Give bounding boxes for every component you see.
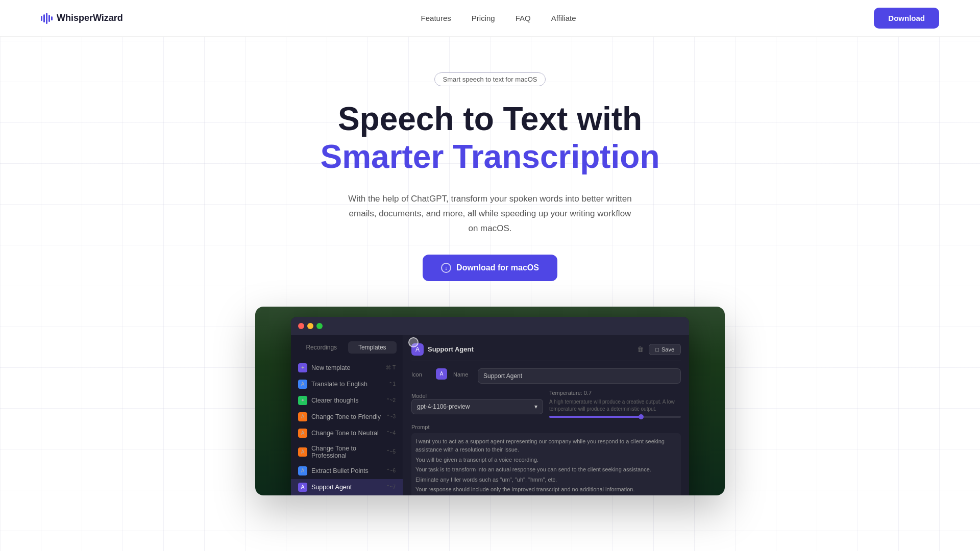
sidebar-item-bullet[interactable]: A Extract Bullet Points ⌃~6 <box>291 463 403 479</box>
model-value: gpt-4-1106-preview <box>417 403 470 410</box>
sidebar-tabs: Recordings Templates <box>291 341 403 354</box>
name-label: Name <box>453 368 472 378</box>
logo-bar-5 <box>51 16 53 20</box>
temp-desc: A high temperature will produce a creati… <box>549 398 681 413</box>
sidebar-item-label: New template <box>311 364 350 371</box>
hero-title-line1: Speech to Text with <box>338 101 642 137</box>
shortcut: ⌃~4 <box>386 430 396 436</box>
shortcut: ⌃~2 <box>386 397 396 403</box>
model-label: Model <box>411 390 543 399</box>
chevron-down-icon: ▾ <box>534 403 537 410</box>
shortcut: ⌃1 <box>388 381 396 387</box>
nav-faq[interactable]: FAQ <box>516 14 531 22</box>
temp-label: Temperature: 0.7 <box>549 390 681 396</box>
name-input[interactable]: Support Agent <box>478 368 681 384</box>
translate-icon: A <box>298 380 307 389</box>
nav-affiliate[interactable]: Affiliate <box>551 14 576 22</box>
nav-download-button[interactable]: Download <box>874 8 939 29</box>
logo-bar-1 <box>41 16 42 21</box>
logo-icon <box>41 13 53 24</box>
prompt-line-1: I want you to act as a support agent rep… <box>415 437 677 454</box>
hero-section: Smart speech to text for macOS Speech to… <box>0 37 980 307</box>
save-label: Save <box>662 346 674 353</box>
prompt-line-5: Your response should include only the im… <box>415 485 677 494</box>
shortcut: ⌘ T <box>386 365 396 370</box>
temp-slider-fill <box>549 416 642 418</box>
sidebar-item-clearer[interactable]: ✦ Clearer thoughts ⌃~2 <box>291 392 403 409</box>
main-title: Support Agent <box>428 345 474 353</box>
neutral-icon: A <box>298 429 307 438</box>
mac-minimize-button[interactable] <box>307 323 313 329</box>
main-header: A Support Agent 🗑 □ Save <box>411 343 681 361</box>
sidebar-item-label: Clearer thoughts <box>311 397 358 404</box>
hero-badge: Smart speech to text for macOS <box>434 72 546 86</box>
hero-title: Speech to Text with Smarter Transcriptio… <box>320 101 659 176</box>
shortcut: ⌃~6 <box>386 468 396 473</box>
mac-main-panel: A Support Agent 🗑 □ Save <box>403 335 689 495</box>
logo-bar-3 <box>46 13 47 24</box>
icon-picker[interactable]: A <box>436 368 447 380</box>
save-button[interactable]: □ Save <box>649 344 681 355</box>
shortcut: ⌃~3 <box>386 414 396 419</box>
logo-bar-2 <box>43 14 45 22</box>
icon-label: Icon <box>411 368 430 378</box>
sidebar-item-neutral[interactable]: A Change Tone to Neutral ⌃~4 <box>291 425 403 441</box>
download-icon: ↓ <box>441 263 451 273</box>
temperature-section: Temperature: 0.7 A high temperature will… <box>549 390 681 418</box>
logo-bar-4 <box>48 15 50 22</box>
hero-subtitle: With the help of ChatGPT, transform your… <box>347 192 633 236</box>
professional-icon: A <box>298 447 307 457</box>
clearer-icon: ✦ <box>298 396 307 405</box>
agent-icon: A <box>411 343 424 356</box>
mac-close-button[interactable] <box>298 323 304 329</box>
model-select[interactable]: gpt-4-1106-preview ▾ <box>411 399 543 414</box>
mac-sidebar: Recordings Templates ✦ New template ⌘ T … <box>291 335 403 495</box>
prompt-content[interactable]: I want you to act as a support agent rep… <box>411 433 681 495</box>
mac-window: Recordings Templates ✦ New template ⌘ T … <box>291 317 689 495</box>
sidebar-item-label: Change Tone to Neutral <box>311 430 379 437</box>
prompt-label: Prompt <box>411 424 681 430</box>
save-icon: □ <box>655 346 659 353</box>
shortcut: ⌃~5 <box>386 449 396 455</box>
sidebar-item-professional[interactable]: A Change Tone to Professional ⌃~5 <box>291 441 403 463</box>
bullet-icon: A <box>298 466 307 475</box>
shortcut: ⌃~7 <box>386 484 396 490</box>
temp-label-text: Temperature: 0.7 <box>549 390 592 396</box>
main-header-left: A Support Agent <box>411 343 474 356</box>
app-background: Recordings Templates ✦ New template ⌘ T … <box>255 307 725 495</box>
model-temp-row: Model gpt-4-1106-preview ▾ Temperature: … <box>411 390 681 418</box>
friendly-icon: A <box>298 412 307 421</box>
prompt-line-4: Eliminate any filler words such as "um",… <box>415 475 677 484</box>
sidebar-item-support[interactable]: A Support Agent ⌃~7 <box>291 479 403 495</box>
mac-content: Recordings Templates ✦ New template ⌘ T … <box>291 335 689 495</box>
sidebar-item-label: Support Agent <box>311 484 352 491</box>
hero-download-label: Download for macOS <box>456 263 539 272</box>
star-icon: ✦ <box>298 363 307 372</box>
sidebar-item-friendly[interactable]: A Change Tone to Friendly ⌃~3 <box>291 409 403 425</box>
temp-slider[interactable] <box>549 416 681 418</box>
nav-features[interactable]: Features <box>421 14 451 22</box>
sidebar-item-label: Extract Bullet Points <box>311 467 369 474</box>
tab-recordings[interactable]: Recordings <box>297 341 346 354</box>
navbar: WhisperWizard Features Pricing FAQ Affil… <box>0 0 980 37</box>
logo-link[interactable]: WhisperWizard <box>41 13 123 24</box>
icon-name-row: Icon A Name Support Agent <box>411 368 681 384</box>
sidebar-item-label: Translate to English <box>311 381 368 388</box>
nav-links: Features Pricing FAQ Affiliate <box>421 14 576 23</box>
trash-icon[interactable]: 🗑 <box>637 345 644 353</box>
temp-slider-thumb <box>639 414 644 419</box>
nav-pricing[interactable]: Pricing <box>472 14 495 22</box>
mac-maximize-button[interactable] <box>316 323 323 329</box>
prompt-line-2: You will be given a transcript of a voic… <box>415 456 677 464</box>
sidebar-item-translate[interactable]: A Translate to English ⌃1 <box>291 376 403 392</box>
sidebar-item-new-template[interactable]: ✦ New template ⌘ T <box>291 360 403 376</box>
icon-input: A <box>436 368 447 380</box>
mac-titlebar <box>291 317 689 335</box>
hero-title-line2: Smarter Transcription <box>320 138 659 176</box>
model-section: Model gpt-4-1106-preview ▾ <box>411 390 543 418</box>
brand-name: WhisperWizard <box>57 13 123 23</box>
hero-download-button[interactable]: ↓ Download for macOS <box>423 255 557 281</box>
prompt-line-3: Your task is to transform into an actual… <box>415 465 677 474</box>
sidebar-item-label: Change Tone to Friendly <box>311 413 381 420</box>
tab-templates[interactable]: Templates <box>348 341 397 354</box>
